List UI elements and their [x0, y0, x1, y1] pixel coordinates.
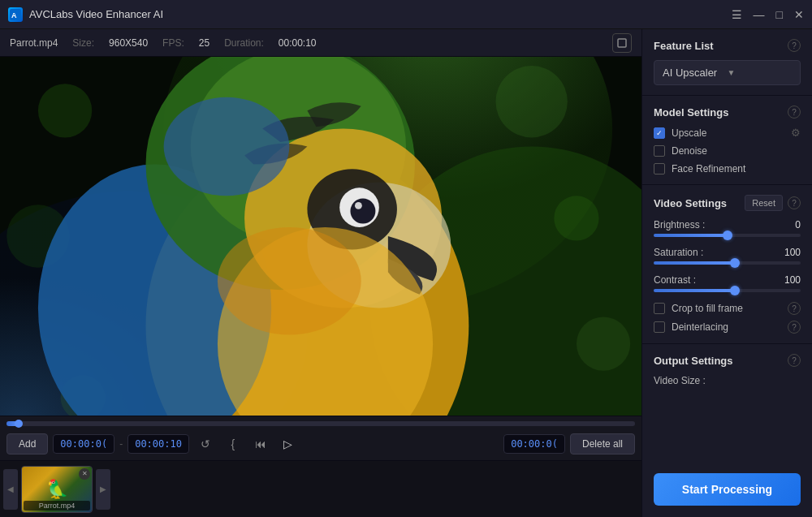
fps-value: 25 — [199, 37, 209, 49]
prev-frame-button[interactable]: ⏮ — [249, 433, 272, 455]
right-panel: Feature List ? AI Upscaler ▼ Model Setti… — [641, 29, 812, 517]
upscale-check-icon: ✓ — [656, 129, 663, 137]
current-time-display: 00:00:0( — [503, 434, 565, 454]
brightness-slider-row: Brightness : 0 — [654, 219, 801, 237]
reset-button[interactable]: Reset — [745, 195, 783, 211]
contrast-fill — [654, 289, 735, 292]
denoise-row: Denoise — [654, 145, 801, 157]
upscale-row: ✓ Upscale ⚙ — [654, 127, 801, 139]
model-settings-title: Model Settings — [654, 106, 788, 118]
mark-in-button[interactable]: { — [222, 433, 244, 455]
video-filename: Parrot.mp4 — [10, 37, 58, 49]
progress-slider[interactable] — [6, 421, 635, 426]
video-settings-title: Video Settings — [654, 197, 738, 209]
brightness-track[interactable] — [654, 234, 801, 237]
thumbnail-label: Parrot.mp4 — [24, 501, 90, 511]
thumb-prev-button[interactable]: ◀ — [3, 469, 18, 510]
feature-list-section: Feature List ? AI Upscaler ▼ — [642, 29, 812, 96]
video-preview — [0, 57, 641, 416]
denoise-label: Denoise — [672, 145, 707, 157]
minimize-icon[interactable]: — — [754, 8, 765, 21]
contrast-label: Contrast : — [654, 274, 696, 286]
saturation-thumb — [730, 258, 740, 268]
time-separator: - — [119, 438, 123, 450]
title-bar: A AVCLabs Video Enhancer AI ☰ — □ ✕ — [0, 0, 812, 29]
deinterlace-label: Deinterlacing — [672, 321, 728, 333]
loop-button[interactable]: ↺ — [194, 433, 217, 455]
progress-fill — [6, 421, 19, 426]
dropdown-arrow-icon: ▼ — [728, 68, 793, 77]
svg-text:A: A — [11, 11, 17, 19]
video-meta-bar: Parrot.mp4 Size: 960X540 FPS: 25 Duratio… — [0, 29, 641, 57]
video-settings-header: Video Settings Reset ? — [654, 195, 801, 211]
fps-label: FPS: — [162, 37, 184, 49]
play-button[interactable]: ▷ — [277, 433, 300, 455]
main-area: Parrot.mp4 Size: 960X540 FPS: 25 Duratio… — [0, 29, 812, 517]
size-label: Size: — [72, 37, 94, 49]
svg-point-21 — [350, 199, 375, 224]
close-icon[interactable]: ✕ — [794, 8, 804, 21]
size-value: 960X540 — [109, 37, 148, 49]
transport-bar: Add 00:00:0( - 00:00:10 ↺ { ⏮ ▷ 00:00:0(… — [0, 416, 641, 460]
model-settings-help-icon[interactable]: ? — [788, 106, 801, 118]
thumb-next-button[interactable]: ▶ — [96, 469, 110, 510]
deinterlace-help-icon[interactable]: ? — [788, 321, 801, 334]
feature-list-header: Feature List ? — [654, 39, 801, 52]
svg-point-11 — [577, 317, 630, 370]
delete-all-button[interactable]: Delete all — [570, 433, 635, 455]
feature-list-help-icon[interactable]: ? — [788, 39, 801, 52]
output-settings-section: Output Settings ? Video Size : — [642, 344, 812, 396]
brightness-thumb — [723, 230, 732, 240]
parrot-image — [0, 57, 641, 416]
start-processing-button[interactable]: Start Processing — [654, 473, 801, 506]
output-settings-title: Output Settings — [654, 355, 788, 367]
upscale-checkbox[interactable]: ✓ — [654, 127, 665, 139]
saturation-track[interactable] — [654, 261, 801, 265]
maximize-icon[interactable]: □ — [776, 8, 783, 21]
crop-button[interactable] — [612, 33, 632, 53]
upscale-gear-icon[interactable]: ⚙ — [791, 127, 801, 139]
duration-value: 00:00:10 — [279, 37, 317, 49]
video-area: Parrot.mp4 Size: 960X540 FPS: 25 Duratio… — [0, 29, 641, 517]
video-size-label: Video Size : — [654, 375, 801, 386]
video-settings-section: Video Settings Reset ? Brightness : 0 — [642, 185, 812, 344]
denoise-checkbox[interactable] — [654, 145, 665, 157]
feature-dropdown[interactable]: AI Upscaler ▼ — [654, 60, 801, 85]
contrast-slider-row: Contrast : 100 — [654, 274, 801, 292]
svg-point-23 — [164, 97, 290, 196]
contrast-value: 100 — [784, 274, 801, 286]
output-settings-header: Output Settings ? — [654, 354, 801, 367]
deinterlace-option-row: Deinterlacing ? — [654, 321, 801, 334]
add-button[interactable]: Add — [6, 433, 48, 455]
face-refinement-label: Face Refinement — [672, 163, 745, 174]
contrast-thumb — [730, 286, 740, 295]
saturation-label: Saturation : — [654, 247, 703, 258]
start-time-display: 00:00:0( — [53, 434, 114, 454]
upscale-label: Upscale — [672, 127, 706, 139]
output-settings-help-icon[interactable]: ? — [788, 354, 801, 367]
video-settings-help-icon[interactable]: ? — [788, 196, 801, 209]
crop-help-icon[interactable]: ? — [788, 302, 801, 315]
deinterlace-checkbox[interactable] — [654, 321, 665, 333]
feature-list-title: Feature List — [654, 40, 788, 52]
thumbnail-close-button[interactable]: ✕ — [79, 468, 90, 480]
face-refinement-row: Face Refinement — [654, 163, 801, 174]
start-processing-wrap: Start Processing — [642, 465, 812, 514]
face-refinement-checkbox[interactable] — [654, 163, 665, 174]
contrast-label-row: Contrast : 100 — [654, 274, 801, 286]
saturation-slider-row: Saturation : 100 — [654, 247, 801, 265]
crop-checkbox[interactable] — [654, 303, 665, 314]
window-controls[interactable]: ☰ — □ ✕ — [732, 8, 804, 21]
progress-thumb — [15, 420, 23, 428]
saturation-value: 100 — [784, 247, 801, 258]
brightness-label: Brightness : — [654, 219, 705, 230]
model-settings-header: Model Settings ? — [654, 106, 801, 118]
transport-controls: Add 00:00:0( - 00:00:10 ↺ { ⏮ ▷ 00:00:0(… — [6, 433, 635, 455]
menu-icon[interactable]: ☰ — [732, 8, 742, 21]
contrast-track[interactable] — [654, 289, 801, 292]
svg-rect-2 — [618, 39, 626, 47]
svg-point-7 — [38, 84, 92, 137]
saturation-label-row: Saturation : 100 — [654, 247, 801, 258]
thumbnail-item[interactable]: 🦜 ✕ Parrot.mp4 — [21, 466, 93, 513]
svg-point-25 — [218, 227, 361, 335]
